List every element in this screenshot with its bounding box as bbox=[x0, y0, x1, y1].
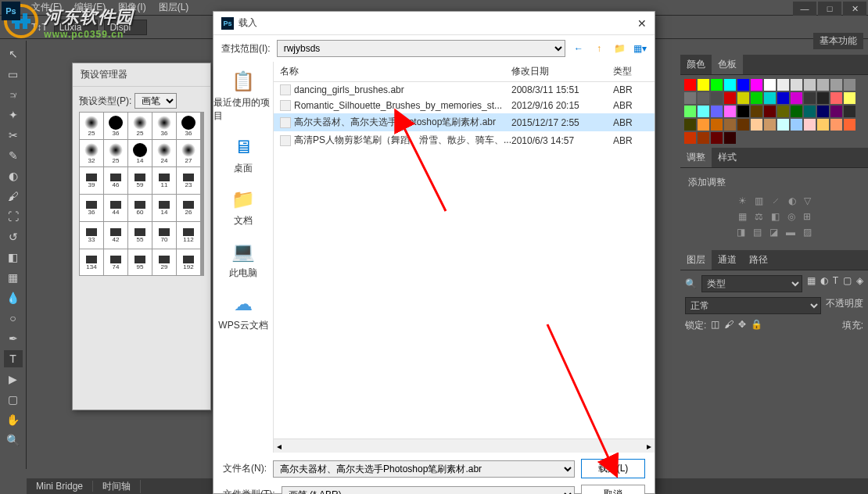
swatch[interactable] bbox=[684, 132, 696, 144]
mini-bridge-tab[interactable]: Mini Bridge bbox=[27, 481, 93, 492]
swatch[interactable] bbox=[724, 92, 736, 104]
swatch[interactable] bbox=[764, 119, 776, 131]
bw-icon[interactable]: ◧ bbox=[771, 211, 780, 222]
new-folder-icon[interactable]: 📁 bbox=[612, 41, 626, 55]
brush-preset[interactable]: 24 bbox=[152, 140, 176, 166]
swatch[interactable] bbox=[684, 79, 696, 91]
brush-preset[interactable]: 36 bbox=[152, 113, 176, 139]
stamp-tool[interactable]: ⛶ bbox=[4, 208, 23, 225]
brush-preset[interactable]: 25 bbox=[80, 113, 103, 139]
swatch[interactable] bbox=[711, 119, 723, 131]
brush-preset[interactable]: 14 bbox=[128, 140, 152, 166]
swatch[interactable] bbox=[830, 106, 842, 117]
swatch[interactable] bbox=[737, 106, 749, 117]
invert-icon[interactable]: ◨ bbox=[737, 227, 745, 238]
swatch[interactable] bbox=[711, 132, 723, 144]
swatch[interactable] bbox=[817, 106, 829, 117]
gradient-tool[interactable]: ▦ bbox=[4, 269, 23, 286]
swatch[interactable] bbox=[791, 79, 802, 91]
brush-preset[interactable]: 42 bbox=[104, 222, 127, 249]
brush-preset[interactable]: 134 bbox=[80, 249, 103, 276]
preset-type-dropdown[interactable]: 画笔 bbox=[135, 93, 177, 109]
brush-preset[interactable]: 11 bbox=[152, 167, 176, 194]
layer-filter-type[interactable]: 类型 bbox=[701, 275, 802, 292]
file-row[interactable]: 高清PS人物剪影笔刷（舞蹈、滑雪、散步、骑车、...2010/6/3 14:57… bbox=[274, 131, 655, 149]
filter-type-icon[interactable]: T bbox=[833, 275, 838, 292]
load-button[interactable]: 载入(L) bbox=[581, 459, 645, 478]
sidebar-desktop[interactable]: 🖥桌面 bbox=[229, 135, 257, 175]
brush-preset[interactable]: 95 bbox=[128, 249, 152, 276]
swatch[interactable] bbox=[804, 106, 816, 117]
brush-preset[interactable]: 25 bbox=[104, 140, 127, 166]
swatch[interactable] bbox=[698, 119, 709, 131]
swatch[interactable] bbox=[737, 119, 749, 131]
scroll-left-icon[interactable]: ◂ bbox=[277, 441, 282, 452]
swatch[interactable] bbox=[764, 106, 776, 117]
swatch[interactable] bbox=[698, 79, 709, 91]
back-icon[interactable]: ← bbox=[572, 41, 586, 55]
view-icon[interactable]: ▦▾ bbox=[633, 41, 647, 55]
swatch[interactable] bbox=[844, 106, 855, 117]
marquee-tool[interactable]: ▭ bbox=[4, 66, 23, 83]
col-name[interactable]: 名称 bbox=[280, 65, 511, 78]
swatch[interactable] bbox=[684, 92, 696, 104]
brush-preset[interactable]: 36 bbox=[104, 113, 127, 139]
swatch[interactable] bbox=[751, 79, 762, 91]
swatch[interactable] bbox=[711, 79, 723, 91]
styles-tab[interactable]: 样式 bbox=[712, 148, 743, 167]
filter-smart-icon[interactable]: ◈ bbox=[856, 275, 863, 292]
adjustments-tab[interactable]: 调整 bbox=[680, 148, 712, 167]
swatch[interactable] bbox=[804, 119, 816, 131]
curves-icon[interactable]: ⟋ bbox=[771, 195, 780, 206]
brush-preset[interactable]: 29 bbox=[152, 249, 176, 276]
channel-mixer-icon[interactable]: ⊞ bbox=[803, 211, 811, 222]
brush-preset[interactable]: 192 bbox=[177, 249, 200, 276]
minimize-button[interactable]: — bbox=[793, 2, 816, 16]
sidebar-documents[interactable]: 📁文档 bbox=[229, 188, 257, 227]
brush-preset[interactable]: 55 bbox=[128, 222, 152, 249]
swatch[interactable] bbox=[751, 119, 762, 131]
vibrance-icon[interactable]: ▽ bbox=[804, 195, 811, 206]
swatch[interactable] bbox=[791, 119, 802, 131]
swatch[interactable] bbox=[737, 79, 749, 91]
swatch[interactable] bbox=[804, 92, 816, 104]
swatch[interactable] bbox=[817, 79, 829, 91]
workspace-switcher[interactable]: 基本功能 bbox=[813, 33, 863, 49]
rectangle-tool[interactable]: ▢ bbox=[4, 391, 23, 408]
gradient-map-icon[interactable]: ▬ bbox=[786, 227, 795, 238]
dodge-tool[interactable]: ○ bbox=[4, 310, 23, 327]
cancel-button[interactable]: 取消 bbox=[581, 485, 645, 494]
sidebar-wps-cloud[interactable]: ☁WPS云文档 bbox=[218, 292, 267, 332]
healing-brush-tool[interactable]: ◐ bbox=[4, 167, 23, 184]
filetype-dropdown[interactable]: 画笔 (*.ABR) bbox=[282, 486, 575, 495]
dialog-close-button[interactable]: ✕ bbox=[637, 17, 647, 30]
move-tool[interactable]: ↖ bbox=[4, 45, 23, 63]
swatch[interactable] bbox=[698, 92, 709, 104]
brush-preset[interactable]: 112 bbox=[177, 222, 200, 249]
scroll-right-icon[interactable]: ▸ bbox=[647, 441, 651, 452]
brush-preset[interactable]: 60 bbox=[128, 195, 152, 221]
swatch[interactable] bbox=[817, 119, 829, 131]
sidebar-recent[interactable]: 📋最近使用的项目 bbox=[213, 70, 273, 123]
swatch[interactable] bbox=[777, 106, 789, 117]
swatch[interactable] bbox=[830, 79, 842, 91]
menu-layer[interactable]: 图层(L) bbox=[159, 1, 189, 14]
hue-icon[interactable]: ▦ bbox=[738, 211, 747, 222]
brush-tool[interactable]: 🖌 bbox=[4, 188, 23, 205]
history-brush-tool[interactable]: ↺ bbox=[4, 228, 23, 245]
swatch[interactable] bbox=[830, 119, 842, 131]
swatch[interactable] bbox=[684, 106, 696, 117]
swatches-tab[interactable]: 色板 bbox=[712, 55, 743, 74]
color-tab[interactable]: 颜色 bbox=[680, 55, 712, 74]
horizontal-scrollbar[interactable]: ◂ ▸ bbox=[274, 439, 655, 453]
swatch[interactable] bbox=[698, 132, 709, 144]
font-family-dropdown[interactable]: Luxia bbox=[54, 20, 99, 35]
brush-preset[interactable]: 36 bbox=[80, 195, 103, 221]
lock-paint-icon[interactable]: 🖌 bbox=[724, 319, 733, 332]
swatch[interactable] bbox=[791, 92, 802, 104]
brush-preset[interactable]: 23 bbox=[177, 167, 200, 194]
swatch[interactable] bbox=[751, 106, 762, 117]
swatch[interactable] bbox=[684, 119, 696, 131]
swatch[interactable] bbox=[830, 92, 842, 104]
brush-preset[interactable]: 33 bbox=[80, 222, 103, 249]
